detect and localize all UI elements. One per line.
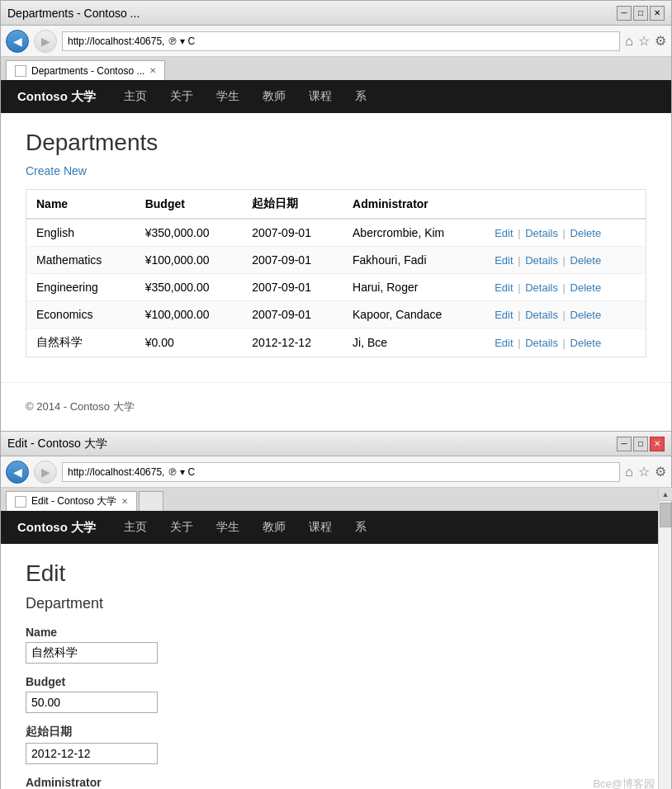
delete-link[interactable]: Delete bbox=[570, 309, 602, 321]
tab-close-2[interactable]: ✕ bbox=[121, 497, 128, 506]
col-name: Name bbox=[26, 190, 135, 220]
home-icon-1[interactable]: ⌂ bbox=[625, 34, 633, 49]
delete-link[interactable]: Delete bbox=[570, 337, 602, 349]
field-date-label: 起始日期 bbox=[26, 725, 638, 739]
table-row: Mathematics ¥100,000.00 2007-09-01 Fakho… bbox=[26, 247, 646, 274]
back-button-1[interactable]: ◀ bbox=[6, 30, 29, 53]
favorites-icon-1[interactable]: ☆ bbox=[638, 33, 650, 49]
window-title-1: Departments - Contoso ... bbox=[7, 7, 140, 20]
field-admin-label: Administrator bbox=[26, 776, 638, 789]
cell-name: English bbox=[26, 219, 135, 247]
address-bar-2: ◀ ▶ http://localhost:40675, ℗ ▾ C ⌂ ☆ ⚙ bbox=[1, 456, 671, 488]
favorites-icon-2[interactable]: ☆ bbox=[638, 464, 650, 480]
edit-link[interactable]: Edit bbox=[495, 281, 513, 294]
nav-dept-1[interactable]: 系 bbox=[352, 89, 370, 104]
edit-link[interactable]: Edit bbox=[495, 309, 513, 321]
settings-icon-2[interactable]: ⚙ bbox=[655, 464, 666, 480]
tab-close-1[interactable]: ✕ bbox=[149, 66, 156, 75]
field-date-input[interactable] bbox=[26, 743, 158, 764]
toolbar-icons-2: ⌂ ☆ ⚙ bbox=[625, 464, 666, 480]
edit-link[interactable]: Edit bbox=[495, 337, 513, 349]
delete-link[interactable]: Delete bbox=[570, 254, 602, 267]
cell-date: 2007-09-01 bbox=[242, 219, 343, 247]
cell-actions: Edit | Details | Delete bbox=[485, 301, 646, 328]
field-budget-input[interactable] bbox=[26, 692, 158, 713]
table-row: 自然科学 ¥0.00 2012-12-12 Ji, Bce Edit | Det… bbox=[26, 328, 646, 357]
maximize-button-1[interactable]: □ bbox=[633, 6, 648, 21]
col-actions bbox=[485, 190, 646, 220]
table-row: English ¥350,000.00 2007-09-01 Abercromb… bbox=[26, 219, 646, 247]
cell-admin: Abercrombie, Kim bbox=[343, 219, 485, 247]
tab-icon-1 bbox=[15, 65, 26, 77]
table-row: Economics ¥100,000.00 2007-09-01 Kapoor,… bbox=[26, 301, 646, 328]
delete-link[interactable]: Delete bbox=[570, 281, 602, 294]
edit-link[interactable]: Edit bbox=[495, 254, 513, 267]
tab-empty[interactable] bbox=[139, 491, 163, 511]
nav-brand-1[interactable]: Contoso 大学 bbox=[17, 89, 96, 105]
scrollbar-vertical[interactable]: ▲ ▼ bbox=[658, 488, 671, 789]
cell-admin: Kapoor, Candace bbox=[343, 301, 485, 328]
maximize-button-2[interactable]: □ bbox=[633, 437, 648, 451]
col-date: 起始日期 bbox=[242, 190, 343, 220]
nav-home-2[interactable]: 主页 bbox=[121, 520, 150, 535]
details-link[interactable]: Details bbox=[525, 254, 558, 267]
cell-date: 2007-09-01 bbox=[242, 301, 343, 328]
nav-home-1[interactable]: 主页 bbox=[121, 89, 150, 104]
back-button-2[interactable]: ◀ bbox=[6, 461, 29, 484]
nav-about-2[interactable]: 关于 bbox=[167, 520, 196, 535]
scroll-up-arrow[interactable]: ▲ bbox=[659, 488, 672, 501]
create-new-link[interactable]: Create New bbox=[26, 164, 87, 177]
nav-courses-2[interactable]: 课程 bbox=[305, 520, 335, 535]
nav-menu-1: Contoso 大学 主页 关于 学生 教师 课程 系 bbox=[1, 80, 671, 113]
cell-admin: Harui, Roger bbox=[343, 274, 485, 301]
field-name-label: Name bbox=[26, 626, 638, 639]
nav-teachers-1[interactable]: 教师 bbox=[259, 89, 289, 104]
window-controls-1: ─ □ ✕ bbox=[617, 6, 665, 21]
cell-budget: ¥350,000.00 bbox=[135, 274, 243, 301]
tab-edit[interactable]: Edit - Contoso 大学 ✕ bbox=[6, 491, 137, 511]
nav-students-1[interactable]: 学生 bbox=[213, 89, 243, 104]
minimize-button-1[interactable]: ─ bbox=[617, 6, 632, 21]
details-link[interactable]: Details bbox=[525, 227, 558, 239]
address-input-1[interactable]: http://localhost:40675, ℗ ▾ C bbox=[62, 31, 620, 51]
forward-icon-2: ▶ bbox=[41, 465, 50, 479]
nav-dept-2[interactable]: 系 bbox=[352, 520, 370, 535]
footer-1: © 2014 - Contoso 大学 bbox=[1, 382, 671, 431]
field-budget-group: Budget bbox=[26, 675, 638, 713]
cell-date: 2007-09-01 bbox=[242, 274, 343, 301]
field-admin-group: Administrator bbox=[26, 776, 638, 789]
nav-students-2[interactable]: 学生 bbox=[213, 520, 243, 535]
delete-link[interactable]: Delete bbox=[570, 227, 602, 239]
back-icon: ◀ bbox=[13, 35, 22, 48]
field-name-input[interactable] bbox=[26, 642, 158, 664]
cell-name: Engineering bbox=[26, 274, 135, 301]
close-button-2[interactable]: ✕ bbox=[650, 437, 665, 451]
tab-icon-2 bbox=[15, 496, 26, 508]
close-button-1[interactable]: ✕ bbox=[650, 6, 665, 21]
settings-icon-1[interactable]: ⚙ bbox=[655, 33, 666, 49]
forward-button-1[interactable]: ▶ bbox=[34, 30, 57, 53]
home-icon-2[interactable]: ⌂ bbox=[625, 465, 633, 480]
nav-about-1[interactable]: 关于 bbox=[167, 89, 196, 104]
address-bar-1: ◀ ▶ http://localhost:40675, ℗ ▾ C ⌂ ☆ ⚙ bbox=[1, 26, 671, 57]
field-date-group: 起始日期 bbox=[26, 725, 638, 764]
details-link[interactable]: Details bbox=[525, 309, 558, 321]
scroll-thumb[interactable] bbox=[660, 503, 671, 527]
field-budget-label: Budget bbox=[26, 675, 638, 688]
nav-courses-1[interactable]: 课程 bbox=[305, 89, 335, 104]
minimize-button-2[interactable]: ─ bbox=[617, 437, 632, 451]
cell-budget: ¥100,000.00 bbox=[135, 247, 243, 274]
back-icon-2: ◀ bbox=[13, 465, 22, 479]
nav-brand-2[interactable]: Contoso 大学 bbox=[17, 520, 96, 536]
address-input-2[interactable]: http://localhost:40675, ℗ ▾ C bbox=[62, 462, 620, 482]
forward-button-2[interactable]: ▶ bbox=[34, 461, 57, 484]
edit-link[interactable]: Edit bbox=[495, 227, 513, 239]
tab-departments[interactable]: Departments - Contoso ... ✕ bbox=[6, 60, 165, 80]
details-link[interactable]: Details bbox=[525, 337, 558, 349]
col-budget: Budget bbox=[135, 190, 243, 220]
tab-bar-1: Departments - Contoso ... ✕ bbox=[1, 57, 671, 80]
departments-table: Name Budget 起始日期 Administrator English ¥… bbox=[26, 189, 646, 357]
details-link[interactable]: Details bbox=[525, 281, 558, 294]
nav-teachers-2[interactable]: 教师 bbox=[259, 520, 289, 535]
cell-actions: Edit | Details | Delete bbox=[485, 219, 646, 247]
